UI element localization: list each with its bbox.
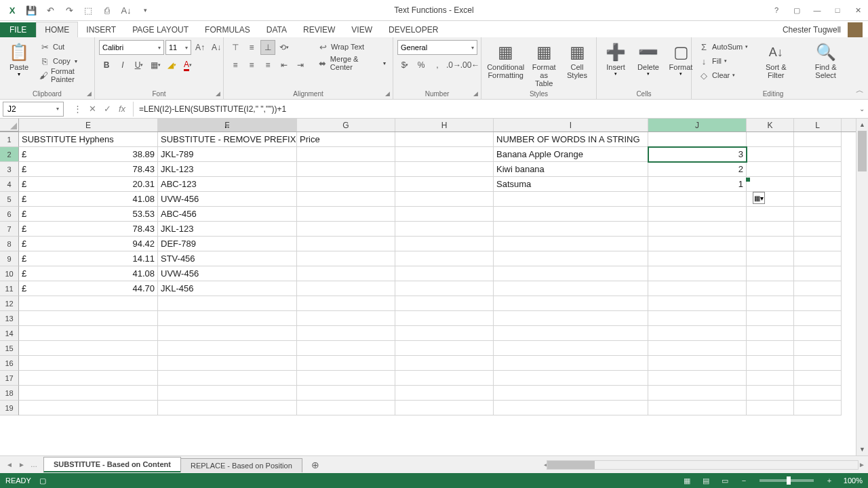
zoom-slider[interactable] [760, 479, 814, 482]
cell[interactable] [158, 371, 297, 386]
cell[interactable]: Kiwi banana [494, 162, 648, 177]
fill-color-button[interactable]: ◢▾ [164, 58, 179, 73]
cell[interactable]: £53.53 [19, 207, 158, 222]
cell[interactable]: £41.08 [19, 266, 158, 281]
vertical-scrollbar[interactable]: ▲ ▼ [856, 119, 868, 455]
border-button[interactable]: ▦▾ [148, 58, 163, 73]
cell[interactable] [395, 296, 494, 311]
formula-input[interactable]: =LEN(I2)-LEN(SUBSTITUTE(I2," ",""))+1 [134, 102, 856, 117]
cell[interactable]: £94.42 [19, 237, 158, 251]
scroll-up-button[interactable]: ▲ [856, 119, 868, 131]
cell[interactable] [648, 266, 747, 281]
cell[interactable] [19, 371, 158, 386]
zoom-level[interactable]: 100% [844, 476, 863, 485]
format-painter-button[interactable]: 🖌Format Painter [37, 68, 90, 82]
col-header-j[interactable]: J [648, 119, 747, 131]
row-header[interactable]: 12 [0, 296, 19, 311]
indent-dec-button[interactable]: ⇤ [277, 58, 292, 73]
cell[interactable] [297, 401, 395, 415]
cell[interactable] [794, 132, 842, 147]
cell[interactable] [19, 341, 158, 356]
cell[interactable] [747, 371, 794, 386]
cell[interactable] [494, 356, 648, 371]
cell[interactable] [19, 386, 158, 401]
cell[interactable] [747, 356, 794, 371]
cell[interactable] [794, 281, 842, 296]
dec-decimal-button[interactable]: .00← [462, 58, 477, 73]
italic-button[interactable]: I [115, 58, 130, 73]
cell[interactable] [747, 177, 794, 192]
row-header[interactable]: 7 [0, 222, 19, 237]
cell[interactable] [747, 237, 794, 251]
cell[interactable] [395, 207, 494, 222]
excel-icon[interactable]: X [4, 3, 20, 18]
cell[interactable] [297, 251, 395, 266]
cell[interactable] [19, 326, 158, 341]
sort-filter-button[interactable]: A↓Sort & Filter [753, 40, 798, 81]
cell[interactable] [158, 401, 297, 415]
cell[interactable] [297, 237, 395, 251]
cell[interactable] [747, 266, 794, 281]
qa-print[interactable]: ⎙ [99, 3, 115, 18]
find-select-button[interactable]: 🔍Find & Select [801, 40, 850, 81]
cell[interactable] [648, 371, 747, 386]
cell[interactable] [794, 356, 842, 371]
cell[interactable] [747, 386, 794, 401]
cell[interactable] [395, 251, 494, 266]
hscroll-right[interactable]: ► [859, 461, 863, 468]
col-header-e[interactable]: E [19, 119, 158, 131]
cell[interactable] [747, 251, 794, 266]
cell[interactable] [297, 356, 395, 371]
row-header[interactable]: 13 [0, 311, 19, 326]
accounting-button[interactable]: $▾ [397, 58, 412, 73]
col-header-i[interactable]: I [494, 119, 648, 131]
cell[interactable] [494, 311, 648, 326]
cell[interactable] [747, 222, 794, 237]
cell[interactable] [648, 356, 747, 371]
cell[interactable]: Satsuma [494, 177, 648, 192]
cell[interactable] [395, 147, 494, 162]
percent-button[interactable]: % [414, 58, 429, 73]
row-header[interactable]: 5 [0, 192, 19, 207]
cell[interactable] [794, 311, 842, 326]
cell[interactable] [747, 401, 794, 415]
cell[interactable] [794, 147, 842, 162]
cell[interactable] [297, 266, 395, 281]
sheet-tab-replace[interactable]: REPLACE - Based on Position [180, 458, 302, 472]
cell[interactable] [747, 162, 794, 177]
wrap-text-button[interactable]: ↩Wrap Text [315, 40, 389, 54]
qa-touch[interactable]: ⬚ [80, 3, 96, 18]
align-middle-button[interactable]: ≡ [244, 40, 259, 55]
cell[interactable] [494, 401, 648, 415]
scroll-thumb[interactable] [858, 131, 867, 171]
cell[interactable]: £44.70 [19, 281, 158, 296]
row-header[interactable]: 1 [0, 132, 19, 147]
col-header-k[interactable]: K [747, 119, 794, 131]
zoom-out-button[interactable]: − [736, 474, 751, 487]
cell[interactable]: £38.89 [19, 147, 158, 162]
cell[interactable]: £20.31 [19, 177, 158, 192]
cond-format-button[interactable]: ▦Conditional Formatting [486, 40, 526, 81]
cell[interactable]: £78.43 [19, 162, 158, 177]
row-header[interactable]: 9 [0, 251, 19, 266]
cell[interactable]: £41.08 [19, 192, 158, 207]
row-header[interactable]: 17 [0, 371, 19, 386]
indent-inc-button[interactable]: ⇥ [293, 58, 308, 73]
cell[interactable] [794, 251, 842, 266]
scroll-down-button[interactable]: ▼ [856, 443, 868, 455]
cell[interactable] [794, 192, 842, 207]
cell[interactable] [794, 162, 842, 177]
delete-button[interactable]: ➖Delete▾ [633, 40, 663, 78]
shrink-font-button[interactable]: A↓ [209, 40, 224, 55]
user-name[interactable]: Chester Tugwell [783, 25, 841, 35]
cell[interactable] [158, 386, 297, 401]
cell[interactable] [395, 132, 494, 147]
tab-developer[interactable]: DEVELOPER [380, 22, 446, 37]
font-size-combo[interactable]: 11▾ [165, 40, 191, 55]
cell[interactable]: UVW-456 [158, 266, 297, 281]
help-button[interactable]: ? [766, 3, 787, 17]
cell[interactable] [395, 401, 494, 415]
view-page-layout-button[interactable]: ▤ [698, 474, 713, 487]
row-header[interactable]: 3 [0, 162, 19, 177]
paste-button[interactable]: 📋 Paste ▾ [4, 40, 34, 79]
